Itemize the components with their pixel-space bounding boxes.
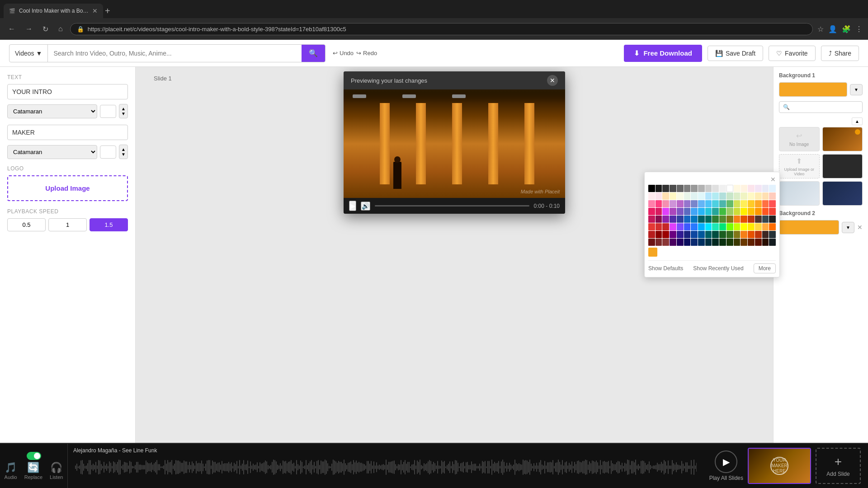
color-swatch[interactable] xyxy=(705,200,712,207)
color-swatch[interactable] xyxy=(748,208,755,215)
home-button[interactable]: ⌂ xyxy=(56,23,66,35)
color-swatch[interactable] xyxy=(677,223,684,230)
color-swatch[interactable] xyxy=(656,231,662,238)
color-swatch[interactable] xyxy=(734,223,741,230)
color-swatch[interactable] xyxy=(719,216,726,223)
color-swatch[interactable] xyxy=(719,185,726,192)
add-slide-button[interactable]: + Add Slide xyxy=(816,448,861,484)
color-swatch[interactable] xyxy=(648,185,655,192)
color-swatch[interactable] xyxy=(726,185,733,192)
color-swatch[interactable] xyxy=(712,223,719,230)
bg-thumb-upload[interactable]: ⬆ Upload Image or Video xyxy=(779,154,820,178)
color-swatch[interactable] xyxy=(734,239,741,246)
color-swatch[interactable] xyxy=(670,216,676,223)
preview-play-button[interactable]: ▶ xyxy=(349,201,356,211)
color-swatch[interactable] xyxy=(712,239,719,246)
bg2-close-button[interactable]: ✕ xyxy=(857,224,863,231)
color-swatch[interactable] xyxy=(670,185,676,192)
color-swatch[interactable] xyxy=(648,200,655,207)
font-size-1[interactable] xyxy=(100,105,116,118)
color-swatch[interactable] xyxy=(719,192,726,200)
color-swatch[interactable] xyxy=(677,216,684,223)
color-swatch[interactable] xyxy=(684,208,691,215)
bg-thumb-snowy[interactable] xyxy=(779,181,820,206)
color-swatch[interactable] xyxy=(677,185,684,192)
color-swatch[interactable] xyxy=(734,192,741,200)
text-input-2[interactable] xyxy=(7,125,128,140)
color-swatch[interactable] xyxy=(741,239,747,246)
color-swatch[interactable] xyxy=(656,192,662,200)
color-swatch[interactable] xyxy=(684,239,691,246)
color-swatch[interactable] xyxy=(734,185,741,192)
color-swatch[interactable] xyxy=(691,185,698,192)
color-swatch[interactable] xyxy=(698,239,705,246)
favorite-button[interactable]: ♡ Favorite xyxy=(769,46,816,61)
color-swatch[interactable] xyxy=(691,200,698,207)
preview-progress-bar[interactable] xyxy=(375,205,529,206)
color-swatch[interactable] xyxy=(691,192,698,200)
color-swatch[interactable] xyxy=(762,223,769,230)
color-swatch[interactable] xyxy=(691,231,698,238)
color-swatch[interactable] xyxy=(648,216,655,223)
color-swatch[interactable] xyxy=(755,200,762,207)
font-size-arrow-2[interactable]: ▲▼ xyxy=(119,145,128,159)
search-input[interactable] xyxy=(48,46,302,61)
color-swatch[interactable] xyxy=(691,208,698,215)
color-swatch[interactable] xyxy=(670,208,676,215)
color-swatch[interactable] xyxy=(726,208,733,215)
search-button[interactable]: 🔍 xyxy=(302,45,325,62)
color-swatch[interactable] xyxy=(698,192,705,200)
bg-thumb-video-1[interactable] xyxy=(822,127,863,151)
color-swatch[interactable] xyxy=(755,239,762,246)
replace-audio-button[interactable]: 🔄 Replace xyxy=(24,462,42,480)
color-swatch[interactable] xyxy=(755,231,762,238)
color-swatch[interactable] xyxy=(748,239,755,246)
bg-search-input[interactable] xyxy=(779,101,863,113)
undo-button[interactable]: ↩ Undo xyxy=(333,50,354,56)
color-swatch[interactable] xyxy=(741,208,747,215)
color-swatch[interactable] xyxy=(755,185,762,192)
color-swatch[interactable] xyxy=(662,216,669,223)
text-input-1[interactable] xyxy=(7,84,128,99)
color-swatch[interactable] xyxy=(677,200,684,207)
color-swatch[interactable] xyxy=(698,216,705,223)
color-swatch[interactable] xyxy=(726,239,733,246)
color-swatch[interactable] xyxy=(670,223,676,230)
listen-button[interactable]: 🎧 Listen xyxy=(50,462,63,480)
color-swatch[interactable] xyxy=(705,216,712,223)
upload-image-button[interactable]: Upload Image xyxy=(7,175,128,201)
show-defaults-button[interactable]: Show Defaults xyxy=(648,265,683,272)
color-swatch[interactable] xyxy=(656,216,662,223)
color-swatch[interactable] xyxy=(748,192,755,200)
color-swatch[interactable] xyxy=(734,200,741,207)
color-swatch[interactable] xyxy=(684,231,691,238)
active-tab[interactable]: 🎬 Cool Intro Maker with a Bold St... ✕ xyxy=(4,4,103,18)
yellow-selected-swatch[interactable] xyxy=(648,248,657,257)
color-swatch[interactable] xyxy=(712,185,719,192)
color-swatch[interactable] xyxy=(741,192,747,200)
color-swatch[interactable] xyxy=(662,239,669,246)
color-swatch[interactable] xyxy=(698,231,705,238)
audio-label-button[interactable]: 🎵 Audio xyxy=(5,462,17,480)
color-swatch[interactable] xyxy=(726,223,733,230)
color-swatch[interactable] xyxy=(741,200,747,207)
bg2-color-arrow[interactable]: ▼ xyxy=(842,222,854,233)
color-swatch[interactable] xyxy=(748,223,755,230)
color-swatch[interactable] xyxy=(684,192,691,200)
color-swatch[interactable] xyxy=(691,239,698,246)
color-swatch[interactable] xyxy=(762,231,769,238)
color-swatch[interactable] xyxy=(712,192,719,200)
font-size-2[interactable] xyxy=(100,145,116,159)
color-swatch[interactable] xyxy=(677,208,684,215)
color-swatch[interactable] xyxy=(748,231,755,238)
timeline-waveform[interactable] xyxy=(73,456,697,484)
color-swatch[interactable] xyxy=(662,208,669,215)
color-swatch[interactable] xyxy=(741,216,747,223)
color-swatch[interactable] xyxy=(755,208,762,215)
color-swatch[interactable] xyxy=(741,185,748,192)
show-recently-button[interactable]: Show Recently Used xyxy=(693,265,743,272)
preview-volume-button[interactable]: 🔊 xyxy=(361,202,370,211)
color-swatch[interactable] xyxy=(648,239,655,246)
color-swatch[interactable] xyxy=(748,216,755,223)
color-swatch[interactable] xyxy=(684,185,691,192)
